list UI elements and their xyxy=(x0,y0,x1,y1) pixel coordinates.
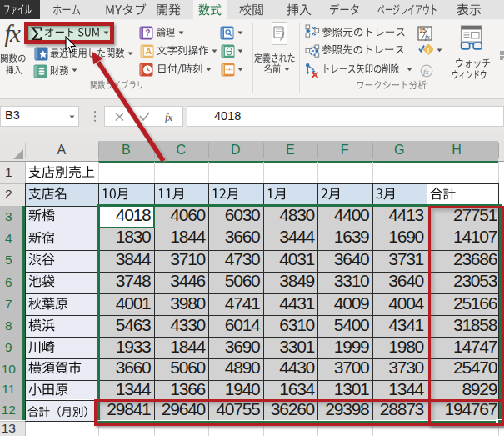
svg-text:?: ? xyxy=(145,28,150,38)
svg-text:fx: fx xyxy=(423,68,429,76)
svg-text:!: ! xyxy=(427,45,430,54)
svg-text:fx: fx xyxy=(425,33,430,40)
